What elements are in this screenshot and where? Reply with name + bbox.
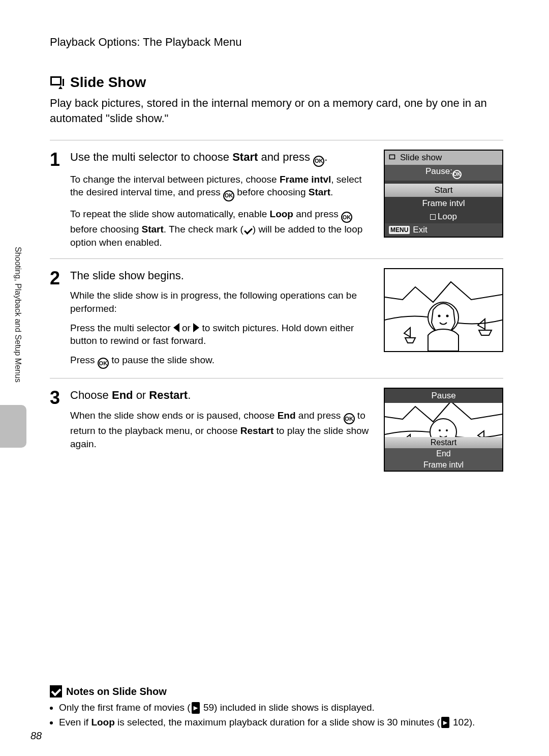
ok-icon: OK (341, 212, 352, 223)
step-2-para-3: Press OK to pause the slide show. (70, 354, 376, 369)
pause-row-frame-intvl[interactable]: Frame intvl (385, 459, 502, 471)
intro-text: Play back pictures, stored in the intern… (50, 96, 503, 126)
svg-rect-5 (390, 156, 394, 159)
lcd-row-frame-intvl[interactable]: Frame intvl (385, 197, 502, 210)
step-number: 2 (50, 268, 70, 369)
lcd-title-bar: Slide show (385, 151, 502, 165)
right-arrow-icon (193, 323, 199, 332)
step-3-heading: Choose End or Restart. (70, 388, 376, 403)
check-icon (50, 685, 62, 697)
step-2-heading: The slide show begins. (70, 268, 376, 283)
svg-point-8 (446, 314, 449, 317)
pause-row-end[interactable]: End (385, 448, 502, 459)
svg-rect-1 (52, 78, 60, 84)
svg-point-7 (438, 314, 441, 317)
svg-marker-14 (478, 319, 485, 329)
step-1: 1 Use the multi selector to choose Start… (50, 140, 503, 258)
slideshow-icon (389, 154, 397, 161)
step-number: 3 (50, 388, 70, 472)
menu-icon: MENU (389, 226, 410, 234)
svg-rect-2 (63, 79, 64, 86)
lcd-row-loop[interactable]: Loop (385, 210, 502, 223)
step-1-para-1: To change the interval between pictures,… (70, 173, 376, 201)
lcd-footer: MENU Exit (385, 223, 502, 237)
notes-title: Notes on Slide Show (50, 685, 503, 697)
svg-marker-12 (479, 330, 492, 335)
step-2-para-2: Press the multi selector or to switch pi… (70, 322, 376, 347)
check-icon (243, 226, 253, 234)
notes-section: Notes on Slide Show Only the first frame… (50, 685, 503, 730)
lcd-row-start[interactable]: Start (385, 184, 502, 197)
step-3: 3 Choose End or Restart. When the slide … (50, 378, 503, 481)
page-number: 88 (30, 730, 42, 742)
lcd-subheading: Pause:OK (385, 165, 502, 181)
side-label: Shooting, Playback and Setup Menus (11, 247, 22, 404)
ok-icon: OK (313, 156, 324, 167)
note-item: Even if Loop is selected, the maximum pl… (59, 715, 503, 730)
lcd-slideshow-playing (384, 268, 503, 352)
page-ref-icon: ▸ (441, 717, 449, 729)
svg-marker-9 (405, 338, 415, 343)
checkbox-icon (430, 214, 436, 220)
step-1-para-2: To repeat the slide show automatically, … (70, 208, 376, 249)
ok-icon: OK (344, 413, 355, 424)
section-title: Slide Show (50, 74, 503, 91)
left-arrow-icon (173, 323, 179, 332)
pause-row-restart[interactable]: Restart (385, 437, 502, 448)
page-ref-icon: ▸ (192, 702, 200, 714)
section-title-text: Slide Show (70, 74, 146, 91)
step-number: 1 (50, 150, 70, 249)
ok-icon: OK (452, 170, 462, 179)
step-2: 2 The slide show begins. While the slide… (50, 258, 503, 379)
ok-icon: OK (98, 358, 109, 369)
svg-marker-11 (404, 328, 410, 337)
side-tab (0, 405, 26, 448)
slideshow-icon (50, 76, 65, 89)
step-3-para: When the slide show ends or is paused, c… (70, 409, 376, 451)
lcd-pause-menu: Pause Restart End Frame intvl (384, 388, 503, 472)
step-2-para-1: While the slide show is in progress, the… (70, 289, 376, 315)
pause-title: Pause (385, 389, 502, 403)
svg-point-17 (446, 429, 448, 431)
lcd-slideshow-menu: Slide show Pause:OK Start Frame intvl Lo… (384, 150, 503, 238)
svg-marker-3 (58, 86, 63, 89)
note-item: Only the first frame of movies (▸ 59) in… (59, 701, 503, 715)
breadcrumb: Playback Options: The Playback Menu (50, 36, 503, 49)
svg-point-16 (439, 429, 441, 431)
ok-icon: OK (223, 190, 234, 201)
step-1-heading: Use the multi selector to choose Start a… (70, 150, 376, 166)
